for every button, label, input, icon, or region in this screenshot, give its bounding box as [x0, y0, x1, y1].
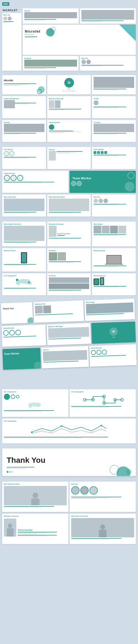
nicholas-lines: [49, 212, 89, 213]
manager-more-lines: [49, 238, 89, 238]
al3: [49, 132, 65, 133]
slide-meet-nicholas-large: Meet Nicholas Maria: [2, 482, 68, 512]
slide-30-teal: 30 Slide: [91, 322, 136, 344]
ty-line-1: [7, 467, 34, 467]
achievements-content: [4, 175, 67, 181]
infographic-map: [4, 277, 44, 287]
teal-30-slide: Slide: [112, 336, 115, 338]
rotated-row-1: Thank You Mockup Inner Best Image: [1, 299, 135, 324]
line-chart-svg: [4, 424, 134, 436]
bi3: [110, 226, 118, 233]
meetup-main-title: Meet Up: [94, 196, 134, 198]
mulp3: [89, 486, 98, 495]
person-circle-1: [3, 17, 7, 20]
target-photo: [4, 100, 15, 108]
jl2: [4, 213, 28, 213]
mpl1: [4, 264, 36, 265]
svg-point-18: [31, 432, 32, 433]
bi1: [94, 226, 101, 233]
mil1: [94, 266, 126, 266]
device-phone: [100, 277, 104, 285]
inf-map-lines: [4, 410, 67, 412]
divider-6: [2, 445, 136, 447]
mulp2: [80, 486, 89, 495]
bil2: [94, 235, 118, 236]
inf-circle-sm: [16, 395, 19, 398]
meetup2-persons: [81, 60, 134, 64]
nicholas-large-photo: [4, 486, 67, 505]
ifl4: [71, 407, 109, 408]
badge-slide-text: Slide: [67, 88, 71, 90]
slide-profile: Profile: [92, 96, 136, 118]
svg-point-7: [35, 403, 41, 407]
blank-lines: [81, 20, 134, 22]
inf-flow-lines: [71, 406, 134, 408]
inf-map-title: Our Infographic: [4, 391, 67, 393]
mockup-image-title: Mockup Image: [94, 250, 134, 251]
nicholas-large-lines: [4, 506, 67, 508]
phone-screen: [22, 253, 26, 263]
inf-chart-lines: [4, 437, 134, 438]
agenda-lines: [49, 131, 89, 133]
portfolio-bottom-title: Portfolio: [49, 275, 89, 277]
social-title: Social Media: [94, 149, 134, 150]
bottom-small-slides: Portfolio Meet Up: [23, 56, 136, 71]
meetup-large-lines: [71, 497, 134, 499]
sania-large-photo: [71, 518, 134, 537]
meetup2-lines: [81, 65, 134, 66]
meetup2-title: Meet Up: [81, 57, 134, 59]
slide-mockup-device: Mockup Device: [92, 273, 136, 295]
mil2: [94, 266, 118, 267]
our-service-lines: [4, 157, 44, 158]
divider-1: [2, 72, 136, 73]
sll2: [71, 539, 109, 540]
service2-title: Service: [4, 122, 44, 123]
slide-achievements-3: Achievements: [89, 345, 137, 367]
portfolio-bottom-content: [49, 277, 89, 289]
inf-map-content: [4, 394, 67, 400]
ns-body: [31, 498, 39, 505]
ach2-c1: [3, 330, 9, 336]
sll1: [71, 538, 121, 539]
port2-2: [58, 252, 66, 261]
world-map-svg: [4, 277, 44, 287]
slide-achievements-2: Achievements: [2, 325, 46, 347]
infographic-title: Our Infographic: [4, 275, 44, 277]
mgl2: [18, 533, 47, 533]
sania-head: [8, 524, 12, 528]
slide-meet-julia: Meet Julia Jolie: [2, 194, 46, 217]
mup3: [104, 199, 108, 203]
ach-c3: [17, 175, 23, 181]
slide-service-2: Service: [2, 120, 46, 142]
service2-photo: [4, 124, 44, 132]
ach-c2: [10, 175, 17, 181]
slide-meetup-small: Meet Up: [2, 13, 22, 71]
mi1: [35, 306, 43, 314]
sania-large-sil: [99, 524, 107, 537]
line-1: [3, 21, 14, 22]
inf-flow-title: Our Infographic: [71, 391, 134, 393]
service2-lines: [4, 133, 44, 134]
pb-img-2: [49, 283, 89, 289]
row-meet-nicholas-large: Meet Nicholas Maria Meet Up: [2, 482, 136, 512]
our-service-grid: [4, 151, 44, 156]
pbl1: [49, 290, 81, 290]
profile-more-lines: [94, 107, 134, 108]
laptop-mockup: [106, 255, 121, 265]
meetup-large-title: Meet Up: [71, 483, 134, 485]
cl1: [25, 36, 37, 37]
ty-large-circle-3: [126, 469, 132, 475]
tco1: [37, 89, 42, 94]
l1: [24, 19, 56, 20]
row-10: Our Infographic Portfolio: [2, 273, 136, 295]
jl1: [4, 212, 36, 212]
al2: [49, 132, 81, 132]
nl3: [4, 85, 20, 86]
row-3: Target And Mission Welcome Message Profi…: [2, 96, 136, 118]
mgl3: [18, 533, 37, 534]
svg-point-19: [61, 425, 62, 427]
m2l1: [81, 65, 124, 65]
welcome2-photo: [48, 327, 89, 338]
mml1: [94, 204, 126, 204]
ifl1: [4, 288, 36, 288]
